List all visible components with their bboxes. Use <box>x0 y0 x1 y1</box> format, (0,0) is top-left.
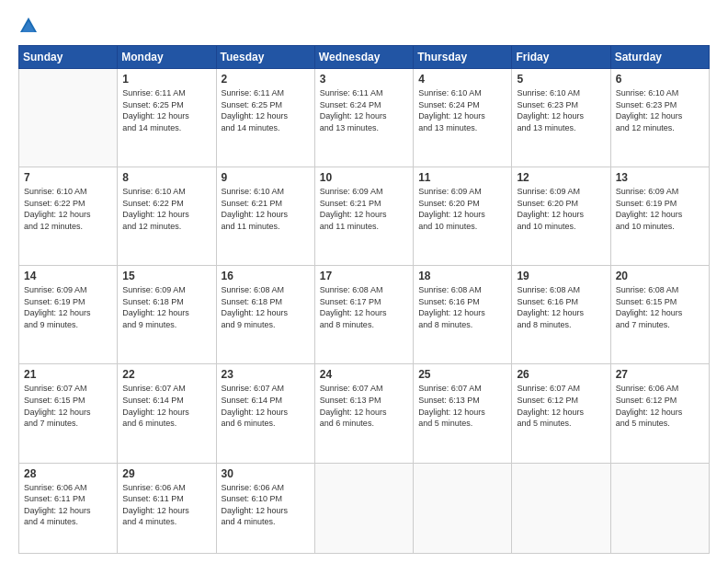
day-info: Sunrise: 6:11 AM Sunset: 6:25 PM Dayligh… <box>222 87 310 133</box>
calendar-cell: 9Sunrise: 6:10 AM Sunset: 6:21 PM Daylig… <box>216 167 314 266</box>
day-info: Sunrise: 6:09 AM Sunset: 6:21 PM Dayligh… <box>320 186 408 232</box>
calendar-week-row: 14Sunrise: 6:09 AM Sunset: 6:19 PM Dayli… <box>19 266 710 364</box>
day-number: 14 <box>24 270 112 282</box>
calendar-cell: 30Sunrise: 6:06 AM Sunset: 6:10 PM Dayli… <box>216 463 314 554</box>
calendar-cell: 10Sunrise: 6:09 AM Sunset: 6:21 PM Dayli… <box>314 167 413 266</box>
calendar-cell <box>314 463 413 554</box>
day-info: Sunrise: 6:11 AM Sunset: 6:24 PM Dayligh… <box>320 87 408 133</box>
day-number: 3 <box>320 73 408 86</box>
day-number: 17 <box>320 270 408 282</box>
day-info: Sunrise: 6:06 AM Sunset: 6:10 PM Dayligh… <box>222 482 310 528</box>
day-info: Sunrise: 6:07 AM Sunset: 6:15 PM Dayligh… <box>24 383 112 429</box>
calendar-cell: 12Sunrise: 6:09 AM Sunset: 6:20 PM Dayli… <box>512 167 610 266</box>
day-number: 18 <box>418 270 506 282</box>
day-number: 28 <box>24 467 112 480</box>
weekday-header: Sunday <box>19 46 118 69</box>
calendar-cell: 26Sunrise: 6:07 AM Sunset: 6:12 PM Dayli… <box>512 364 610 463</box>
weekday-header: Monday <box>118 46 216 69</box>
day-number: 27 <box>616 368 704 381</box>
calendar-table: SundayMondayTuesdayWednesdayThursdayFrid… <box>18 45 710 554</box>
day-number: 12 <box>517 171 605 184</box>
calendar-cell: 22Sunrise: 6:07 AM Sunset: 6:14 PM Dayli… <box>118 364 216 463</box>
day-number: 22 <box>122 368 210 381</box>
day-info: Sunrise: 6:07 AM Sunset: 6:14 PM Dayligh… <box>222 383 310 429</box>
day-info: Sunrise: 6:11 AM Sunset: 6:25 PM Dayligh… <box>122 87 210 133</box>
day-number: 20 <box>616 270 704 282</box>
calendar-cell: 14Sunrise: 6:09 AM Sunset: 6:19 PM Dayli… <box>19 266 118 364</box>
day-number: 19 <box>517 270 605 282</box>
calendar-cell: 3Sunrise: 6:11 AM Sunset: 6:24 PM Daylig… <box>314 69 413 167</box>
calendar-cell: 7Sunrise: 6:10 AM Sunset: 6:22 PM Daylig… <box>19 167 118 266</box>
weekday-header: Saturday <box>610 46 709 69</box>
logo-icon <box>18 16 39 36</box>
day-number: 9 <box>222 171 310 184</box>
weekday-header: Friday <box>512 46 610 69</box>
calendar-cell: 13Sunrise: 6:09 AM Sunset: 6:19 PM Dayli… <box>610 167 709 266</box>
day-info: Sunrise: 6:08 AM Sunset: 6:18 PM Dayligh… <box>222 284 310 330</box>
calendar-cell: 28Sunrise: 6:06 AM Sunset: 6:11 PM Dayli… <box>19 463 118 554</box>
day-info: Sunrise: 6:10 AM Sunset: 6:24 PM Dayligh… <box>418 87 506 133</box>
calendar-week-row: 1Sunrise: 6:11 AM Sunset: 6:25 PM Daylig… <box>19 69 710 167</box>
day-info: Sunrise: 6:06 AM Sunset: 6:12 PM Dayligh… <box>616 383 704 429</box>
day-number: 23 <box>222 368 310 381</box>
day-number: 6 <box>616 73 704 86</box>
day-info: Sunrise: 6:09 AM Sunset: 6:19 PM Dayligh… <box>616 186 704 232</box>
calendar-cell: 23Sunrise: 6:07 AM Sunset: 6:14 PM Dayli… <box>216 364 314 463</box>
day-info: Sunrise: 6:09 AM Sunset: 6:18 PM Dayligh… <box>122 284 210 330</box>
day-number: 16 <box>222 270 310 282</box>
day-number: 11 <box>418 171 506 184</box>
day-number: 2 <box>222 73 310 86</box>
day-info: Sunrise: 6:09 AM Sunset: 6:20 PM Dayligh… <box>517 186 605 232</box>
page: SundayMondayTuesdayWednesdayThursdayFrid… <box>0 0 728 563</box>
calendar-cell: 17Sunrise: 6:08 AM Sunset: 6:17 PM Dayli… <box>314 266 413 364</box>
day-number: 21 <box>24 368 112 381</box>
day-number: 26 <box>517 368 605 381</box>
weekday-header: Wednesday <box>314 46 413 69</box>
day-number: 5 <box>517 73 605 86</box>
calendar-cell <box>414 463 512 554</box>
calendar-cell: 11Sunrise: 6:09 AM Sunset: 6:20 PM Dayli… <box>414 167 512 266</box>
calendar-cell <box>19 69 118 167</box>
day-info: Sunrise: 6:07 AM Sunset: 6:14 PM Dayligh… <box>122 383 210 429</box>
calendar-cell: 29Sunrise: 6:06 AM Sunset: 6:11 PM Dayli… <box>118 463 216 554</box>
day-number: 10 <box>320 171 408 184</box>
calendar-cell: 2Sunrise: 6:11 AM Sunset: 6:25 PM Daylig… <box>216 69 314 167</box>
day-info: Sunrise: 6:09 AM Sunset: 6:19 PM Dayligh… <box>24 284 112 330</box>
day-info: Sunrise: 6:07 AM Sunset: 6:12 PM Dayligh… <box>517 383 605 429</box>
calendar-week-row: 21Sunrise: 6:07 AM Sunset: 6:15 PM Dayli… <box>19 364 710 463</box>
day-info: Sunrise: 6:06 AM Sunset: 6:11 PM Dayligh… <box>24 482 112 528</box>
day-number: 13 <box>616 171 704 184</box>
calendar-cell: 6Sunrise: 6:10 AM Sunset: 6:23 PM Daylig… <box>610 69 709 167</box>
day-info: Sunrise: 6:10 AM Sunset: 6:23 PM Dayligh… <box>517 87 605 133</box>
day-info: Sunrise: 6:08 AM Sunset: 6:16 PM Dayligh… <box>517 284 605 330</box>
logo <box>18 14 42 36</box>
day-info: Sunrise: 6:08 AM Sunset: 6:17 PM Dayligh… <box>320 284 408 330</box>
day-number: 7 <box>24 171 112 184</box>
header <box>18 14 710 36</box>
calendar-cell: 8Sunrise: 6:10 AM Sunset: 6:22 PM Daylig… <box>118 167 216 266</box>
calendar-cell: 4Sunrise: 6:10 AM Sunset: 6:24 PM Daylig… <box>414 69 512 167</box>
calendar-week-row: 7Sunrise: 6:10 AM Sunset: 6:22 PM Daylig… <box>19 167 710 266</box>
calendar-cell <box>512 463 610 554</box>
calendar-cell: 24Sunrise: 6:07 AM Sunset: 6:13 PM Dayli… <box>314 364 413 463</box>
day-info: Sunrise: 6:07 AM Sunset: 6:13 PM Dayligh… <box>320 383 408 429</box>
day-info: Sunrise: 6:08 AM Sunset: 6:16 PM Dayligh… <box>418 284 506 330</box>
calendar-cell: 19Sunrise: 6:08 AM Sunset: 6:16 PM Dayli… <box>512 266 610 364</box>
day-number: 30 <box>222 467 310 480</box>
calendar-cell: 5Sunrise: 6:10 AM Sunset: 6:23 PM Daylig… <box>512 69 610 167</box>
calendar-cell: 27Sunrise: 6:06 AM Sunset: 6:12 PM Dayli… <box>610 364 709 463</box>
day-number: 8 <box>122 171 210 184</box>
calendar-cell: 25Sunrise: 6:07 AM Sunset: 6:13 PM Dayli… <box>414 364 512 463</box>
day-number: 1 <box>122 73 210 86</box>
day-info: Sunrise: 6:10 AM Sunset: 6:22 PM Dayligh… <box>24 186 112 232</box>
day-info: Sunrise: 6:08 AM Sunset: 6:15 PM Dayligh… <box>616 284 704 330</box>
calendar-cell: 21Sunrise: 6:07 AM Sunset: 6:15 PM Dayli… <box>19 364 118 463</box>
day-number: 15 <box>122 270 210 282</box>
calendar-cell: 16Sunrise: 6:08 AM Sunset: 6:18 PM Dayli… <box>216 266 314 364</box>
weekday-header-row: SundayMondayTuesdayWednesdayThursdayFrid… <box>19 46 710 69</box>
calendar-cell: 18Sunrise: 6:08 AM Sunset: 6:16 PM Dayli… <box>414 266 512 364</box>
calendar-week-row: 28Sunrise: 6:06 AM Sunset: 6:11 PM Dayli… <box>19 463 710 554</box>
day-number: 24 <box>320 368 408 381</box>
weekday-header: Thursday <box>414 46 512 69</box>
day-info: Sunrise: 6:10 AM Sunset: 6:22 PM Dayligh… <box>122 186 210 232</box>
